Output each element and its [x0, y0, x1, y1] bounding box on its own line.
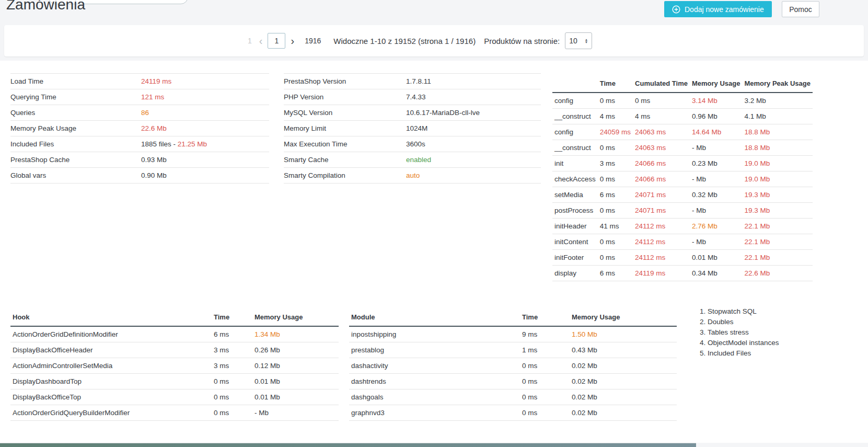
plus-circle-icon [672, 5, 680, 14]
debug-section-links: Stopwatch SQL Doubles Tables stress Obje… [699, 306, 779, 359]
env-label: PrestaShop Version [284, 77, 406, 85]
stat-value-prefix: 1885 files - [141, 140, 178, 148]
lifecycle-memory: - Mb [690, 171, 742, 187]
lifecycle-step: postProcess [552, 202, 598, 218]
stat-row: Global vars 0.90 Mb [10, 168, 269, 184]
stat-label: Load Time [10, 77, 141, 85]
lifecycle-peak: 19.3 Mb [742, 187, 812, 202]
debug-link-included-files[interactable]: Included Files [708, 348, 779, 359]
debug-link-doubles[interactable]: Doubles [708, 317, 779, 327]
module-time: 0 ms [520, 405, 570, 420]
modules-col-memory: Memory Usage [570, 308, 677, 326]
module-time: 0 ms [520, 389, 570, 405]
module-memory: 1.50 Mb [570, 326, 677, 342]
hook-time: 0 ms [212, 373, 252, 389]
lifecycle-row: init 3 ms 24066 ms 0.23 Mb 19.0 Mb [552, 155, 813, 171]
hooks-col-name: Hook [10, 308, 212, 326]
module-row: inpostshipping 9 ms 1.50 Mb [349, 326, 677, 342]
env-value: 3600s [406, 140, 425, 148]
per-page-select[interactable]: 10 ▲▼ [565, 32, 592, 49]
lifecycle-col-memory: Memory Usage [690, 75, 742, 93]
pagination-controls: 1 ‹ › 1916 Widoczne 1-10 z 19152 (strona… [246, 25, 592, 56]
module-time: 0 ms [520, 358, 570, 373]
lifecycle-step: __construct [552, 108, 598, 124]
lifecycle-row: __construct 4 ms 4 ms 0.96 Mb 4.1 Mb [552, 108, 813, 124]
module-memory: 0.43 Mb [570, 342, 677, 358]
debug-link-objectmodel-instances[interactable]: ObjectModel instances [708, 338, 779, 348]
environment-panel: PrestaShop Version 1.7.8.11 PHP Version … [284, 73, 541, 184]
module-memory: 0.02 Mb [570, 373, 677, 389]
current-page-input[interactable] [268, 33, 285, 49]
stat-label: Queries [10, 109, 141, 117]
stat-value-main: 22.6 Mb [141, 124, 167, 132]
lifecycle-time: 24059 ms [598, 124, 633, 140]
lifecycle-time: 0 ms [598, 249, 633, 265]
env-label: Memory Limit [284, 124, 406, 132]
hook-name: DisplayBackOfficeHeader [10, 342, 212, 358]
stat-value: 86 [141, 109, 149, 117]
module-row: dashactivity 0 ms 0.02 Mb [349, 358, 677, 373]
hook-row: DisplayDashboardTop 0 ms 0.01 Mb [10, 373, 339, 389]
add-order-button[interactable]: Dodaj nowe zamówienie [664, 1, 772, 17]
module-memory: 0.02 Mb [570, 389, 677, 405]
lifecycle-step: initHeader [552, 218, 598, 234]
chevron-right-icon[interactable]: › [285, 36, 299, 46]
lifecycle-step: config [552, 124, 598, 140]
env-row: Smarty Compilation auto [284, 168, 541, 184]
env-value: 1.7.8.11 [406, 77, 431, 85]
stat-value-main: 86 [141, 109, 149, 117]
hook-memory: 0.26 Mb [252, 342, 339, 358]
module-name: dashgoals [349, 389, 520, 405]
hooks-header-row: Hook Time Memory Usage [10, 308, 339, 326]
lifecycle-col-cumulated: Cumulated Time [633, 75, 690, 93]
lifecycle-cumulated: 24063 ms [633, 140, 690, 155]
debug-link-tables-stress[interactable]: Tables stress [708, 327, 779, 338]
hook-row: ActionAdminControllerSetMedia 3 ms 0.12 … [10, 358, 339, 373]
lifecycle-cumulated: 24066 ms [633, 155, 690, 171]
lifecycle-time: 4 ms [598, 108, 633, 124]
stat-row: Queries 86 [10, 105, 269, 121]
stat-row: PrestaShop Cache 0.93 Mb [10, 152, 269, 168]
hook-time: 6 ms [212, 326, 252, 342]
lifecycle-cumulated: 24071 ms [633, 187, 690, 202]
lifecycle-row: initContent 0 ms 24112 ms - Mb 22.1 Mb [552, 234, 813, 249]
env-label: PHP Version [284, 93, 406, 101]
stat-label: Memory Peak Usage [10, 124, 141, 132]
hook-name: ActionOrderGridDefinitionModifier [10, 326, 212, 342]
lifecycle-row: initHeader 41 ms 24112 ms 2.76 Mb 22.1 M… [552, 218, 813, 234]
stat-value-main: 0.93 Mb [141, 156, 167, 164]
lifecycle-step: init [552, 155, 598, 171]
debug-link-stopwatch-sql[interactable]: Stopwatch SQL [708, 306, 779, 317]
env-label: Smarty Compilation [284, 171, 406, 179]
lifecycle-step: __construct [552, 140, 598, 155]
hook-memory: - Mb [252, 405, 339, 420]
stat-value: 121 ms [141, 93, 164, 101]
env-value: enabled [406, 156, 431, 164]
lifecycle-cumulated: 24063 ms [633, 124, 690, 140]
lifecycle-cumulated: 24071 ms [633, 202, 690, 218]
env-label: MySQL Version [284, 109, 406, 117]
module-row: prestablog 1 ms 0.43 Mb [349, 342, 677, 358]
lifecycle-peak: 19.3 Mb [742, 202, 812, 218]
modules-table: Module Time Memory Usage inpostshipping … [349, 308, 677, 421]
hook-row: ActionOrderGridQueryBuilderModifier 0 ms… [10, 405, 339, 420]
lifecycle-time: 3 ms [598, 155, 633, 171]
stat-value: 0.93 Mb [141, 156, 167, 164]
help-button[interactable]: Pomoc [782, 1, 819, 17]
lifecycle-step: setMedia [552, 187, 598, 202]
hook-time: 3 ms [212, 342, 252, 358]
lifecycle-row: config 24059 ms 24063 ms 14.64 Mb 18.8 M… [552, 124, 813, 140]
hook-memory: 0.01 Mb [252, 373, 339, 389]
load-stats-panel: Load Time 24119 ms Querying Time 121 ms … [10, 73, 269, 184]
lifecycle-time: 41 ms [598, 218, 633, 234]
lifecycle-step: display [552, 265, 598, 281]
stat-label: Included Files [10, 140, 141, 148]
lifecycle-col-peak: Memory Peak Usage [742, 75, 812, 93]
lifecycle-step: initContent [552, 234, 598, 249]
stat-value: 0.90 Mb [141, 171, 167, 179]
module-time: 0 ms [520, 373, 570, 389]
lifecycle-time: 0 ms [598, 202, 633, 218]
env-value: 1024M [406, 124, 427, 132]
chevron-left-icon[interactable]: ‹ [254, 36, 268, 46]
lifecycle-peak: 18.8 Mb [742, 124, 812, 140]
